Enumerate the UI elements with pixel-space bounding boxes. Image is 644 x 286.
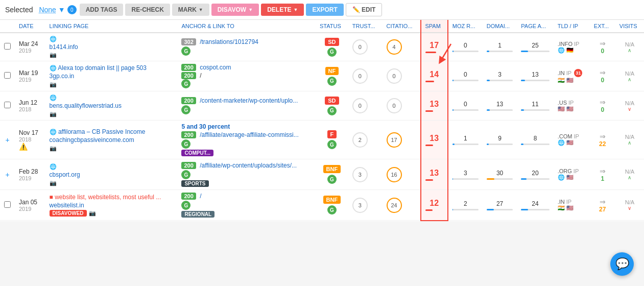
domain-link[interactable]: 3gp.co.in <box>50 73 174 80</box>
status-cell: SD G <box>316 91 348 121</box>
spam-cell: 13 <box>421 159 448 190</box>
anchor-cell: 200 /content-marketer/wp-content/uplo...… <box>177 91 316 121</box>
col-tld[interactable]: TLD / IP <box>554 20 590 33</box>
add-tags-button[interactable]: ADD TAGS <box>80 4 124 16</box>
row-checkbox[interactable] <box>4 43 11 50</box>
row-checkbox[interactable] <box>4 102 11 108</box>
linking-page-cell: 🌐 Alexa top domain list || page 503 3gp.… <box>45 61 178 91</box>
none-link[interactable]: None <box>39 6 56 14</box>
globe-icon: 🌐 <box>50 65 57 71</box>
row-checkbox-cell <box>0 91 15 121</box>
http-code-badge: 200 <box>181 162 196 169</box>
date-cell: Nov 17 2018 ⚠️ <box>15 121 45 159</box>
dropdown-icon[interactable]: ▼ <box>58 6 65 14</box>
page-title-link[interactable]: Alexa top domain list || page 503 <box>58 64 147 72</box>
delete-button[interactable]: DELETE ▼ <box>261 4 304 16</box>
visits-cell: N/A ∧ <box>615 61 644 91</box>
domain-link[interactable]: cbsport.org <box>50 171 174 178</box>
domain-cell: 3 <box>483 61 517 91</box>
flag-1: 🇮🇳 <box>558 77 565 84</box>
page-a-cell: 25 <box>517 33 553 61</box>
camera-icon: 📷 <box>50 52 57 58</box>
expand-button[interactable]: + <box>4 171 11 179</box>
domain-cell: 27 <box>483 190 517 221</box>
spam-bar <box>425 81 435 82</box>
tld-cell: .ORGIP 🌐🇺🇸 <box>554 159 590 190</box>
domain-cell: 13 <box>483 91 517 121</box>
ext-number: 0 <box>594 47 611 55</box>
col-checkbox <box>0 20 15 33</box>
export-button[interactable]: EXPORT <box>306 4 343 16</box>
domain-link[interactable]: b1414.info <box>50 43 174 51</box>
g-status-badge: G <box>327 106 337 115</box>
col-domain[interactable]: DOMAI... <box>483 20 517 33</box>
tld-cell: .COMIP 🌐🇺🇸 <box>554 121 590 159</box>
col-trust[interactable]: TRUST... <box>348 20 383 33</box>
anchor-main-link[interactable]: 5 and 30 percent <box>181 123 230 130</box>
anchor-cell: 200 /affiliate/wp-content/uploads/sites/… <box>177 159 316 190</box>
row-checkbox[interactable] <box>4 72 11 79</box>
anchor-cell: 200 / G REGIONAL <box>177 190 316 221</box>
citation-cell: 24 <box>383 190 421 221</box>
domain-cell: 30 <box>483 159 517 190</box>
ext-cell: ⇒ 0 <box>590 91 615 121</box>
citation-cell: 16 <box>383 159 421 190</box>
mark-button[interactable]: MARK ▼ <box>172 4 209 16</box>
ext-arrow-icon: ⇒ <box>594 39 611 47</box>
flag-1: 🇮🇳 <box>558 205 565 211</box>
page-title-link[interactable]: website list, websitelists, most useful … <box>55 194 161 201</box>
col-spam[interactable]: SPAM <box>421 20 448 33</box>
col-status[interactable]: STATUS <box>316 20 348 33</box>
anchor-path[interactable]: /content-marketer/wp-content/uplo... <box>200 97 298 104</box>
col-linking-page[interactable]: LINKING PAGE <box>45 20 178 33</box>
domain-link[interactable]: bens.qualityflowerstriad.us <box>50 102 174 109</box>
trend-icon: ∧ <box>619 77 640 82</box>
flag-2: 🇺🇸 <box>566 174 574 181</box>
anchor-main-link[interactable]: cospot.com <box>200 64 231 71</box>
col-ext[interactable]: EXT... <box>590 20 615 33</box>
spam-cell: 17 <box>421 33 448 61</box>
anchor-path[interactable]: / <box>200 193 201 200</box>
visits-cell: N/A ∨ <box>615 91 644 121</box>
col-anchor[interactable]: ANCHOR & LINK TO <box>177 20 316 33</box>
status-cell: F G <box>316 121 348 159</box>
domain-link[interactable]: coachingcbpassiveincome.com <box>50 136 174 144</box>
tld-cell: .USIP 🇺🇸🇺🇸 <box>554 91 590 121</box>
status-badge: BNF <box>323 165 341 173</box>
col-page-a[interactable]: PAGE A... <box>517 20 553 33</box>
globe-icon: 🌐 <box>50 36 57 42</box>
anchor-path[interactable]: /affiliate/average-affiliate-commissi... <box>200 131 299 138</box>
ext-cell: ⇒ 27 <box>590 190 615 221</box>
camera-icon: 📷 <box>50 81 57 87</box>
ext-number: 0 <box>594 77 611 84</box>
re-check-button[interactable]: RE-CHECK <box>125 4 170 16</box>
linking-page-cell: 🌐 bens.qualityflowerstriad.us 📷 <box>45 91 178 121</box>
edit-button[interactable]: ✏️ EDIT <box>346 3 383 16</box>
g-status-badge: G <box>327 175 337 184</box>
table-row: Jan 05 2019 ■ website list, websitelists… <box>0 190 644 221</box>
col-citation[interactable]: CITATIO... <box>383 20 421 33</box>
page-a-cell: 11 <box>517 91 553 121</box>
col-date[interactable]: DATE <box>15 20 45 33</box>
flag-2: 🇺🇸 <box>566 139 574 146</box>
anchor-path[interactable]: /affiliate/wp-content/uploads/sites/... <box>200 162 297 169</box>
row-checkbox[interactable] <box>4 201 11 208</box>
col-visits[interactable]: VISITS <box>615 20 644 33</box>
backlinks-table: DATE LINKING PAGE ANCHOR & LINK TO STATU… <box>0 20 644 221</box>
g-badge: G <box>181 201 190 210</box>
visits-cell: N/A ∧ <box>615 33 644 61</box>
moz-cell: 1 <box>448 121 483 159</box>
table-row: + Feb 28 2019 🌐 cbsport.org 📷 <box>0 159 644 190</box>
domain-link[interactable]: websitelist.in <box>50 202 174 209</box>
status-cell: BNF G <box>316 159 348 190</box>
anchor-link[interactable]: /translations/1012794 <box>200 38 258 45</box>
expand-button[interactable]: + <box>4 136 11 144</box>
spam-number: 17 <box>425 41 443 50</box>
disavow-button[interactable]: DISAVOW ▼ <box>211 4 259 16</box>
col-moz[interactable]: MOZ R... <box>448 20 483 33</box>
page-title-link[interactable]: affilorama – CB Passive Income <box>58 128 146 135</box>
date-cell: Mar 19 2019 <box>15 61 45 91</box>
http-code-badge: 200 <box>181 193 196 200</box>
http-code-badge: 200 <box>181 64 196 71</box>
moz-cell: 2 <box>448 190 483 221</box>
